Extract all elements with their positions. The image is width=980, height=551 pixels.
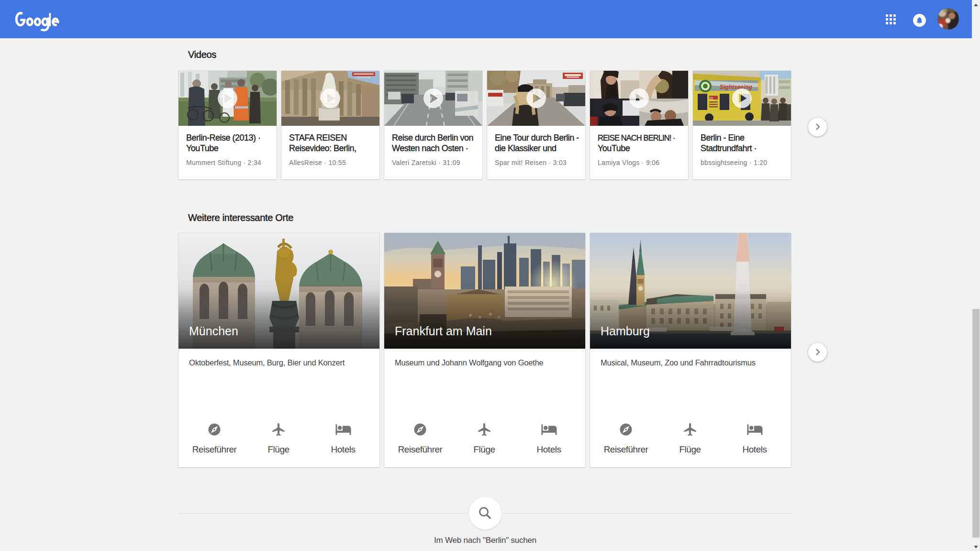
svg-text:Sightseeing: Sightseeing [720,84,753,90]
svg-text:15: 15 [709,97,713,100]
